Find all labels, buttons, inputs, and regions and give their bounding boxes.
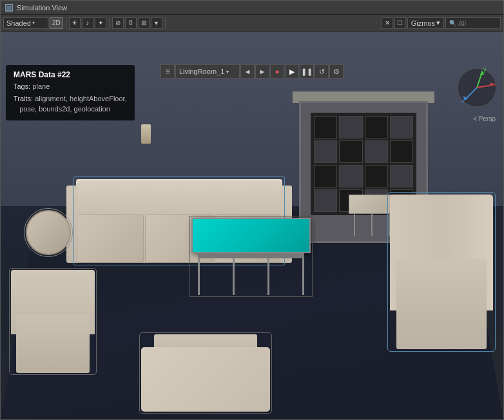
mars-data-panel: MARS Data #22 Tags: plane Traits: alignm…	[6, 65, 135, 120]
btn-grid[interactable]: ⊞	[138, 17, 150, 29]
mars-traits-row: Traits: alignment, heightAboveFloor, pos…	[14, 94, 127, 114]
layer-count[interactable]: 0	[125, 17, 137, 29]
svg-text:x: x	[493, 81, 496, 88]
window-icon	[5, 3, 14, 12]
playback-bar: ≡ LivingRoom_1 ▾ ◄ ► ● ▶ ❚❚ ↺ ⚙	[160, 62, 344, 81]
simulation-window: Simulation View Shaded ▾ 2D ☀ ♪ ✦ ⊘ 0 ⊞ …	[0, 0, 504, 420]
playback-menu-button[interactable]: ≡	[160, 64, 175, 79]
playback-next-button[interactable]: ►	[255, 64, 269, 79]
sep1	[66, 17, 66, 29]
search-box[interactable]: 🔍	[445, 17, 501, 29]
btn-camera[interactable]: ☐	[394, 17, 406, 29]
main-toolbar: Shaded ▾ 2D ☀ ♪ ✦ ⊘ 0 ⊞ ▾ ✕ ☐ Gizmos ▾ 🔍	[1, 15, 503, 32]
et-leg-1	[354, 214, 355, 236]
mars-tags-label: Tags:	[14, 82, 30, 90]
side-table-left	[26, 210, 77, 262]
shade-mode-select[interactable]: Shaded ▾	[3, 17, 48, 29]
coffee-table	[191, 218, 311, 295]
mars-tags-value: plane	[32, 82, 50, 90]
playback-play-button[interactable]: ▶	[285, 64, 299, 79]
svg-text:y: y	[483, 67, 487, 73]
btn-audio[interactable]: ♪	[82, 17, 93, 29]
viewport[interactable]: MARS Data #22 Tags: plane Traits: alignm…	[1, 32, 503, 419]
gizmos-button[interactable]: Gizmos ▾	[407, 17, 444, 29]
svg-rect-1	[7, 6, 11, 10]
sep3	[165, 17, 166, 29]
scene-name: LivingRoom_1	[179, 68, 224, 75]
playback-pause-button[interactable]: ❚❚	[300, 64, 314, 79]
toolbar-right: ✕ ☐ Gizmos ▾ 🔍	[382, 17, 501, 29]
playback-settings-button[interactable]: ⚙	[329, 64, 344, 79]
sofa-cushion-1	[76, 215, 144, 263]
chair-left	[11, 270, 95, 373]
playback-step-button[interactable]: ↺	[315, 64, 329, 79]
sofa-back	[76, 179, 282, 215]
et-leg-2	[371, 214, 373, 236]
search-input[interactable]	[458, 19, 497, 27]
btn-hidden[interactable]: ⊘	[112, 17, 124, 29]
title-bar: Simulation View	[1, 1, 503, 15]
shelf-item	[141, 124, 151, 144]
btn-fx[interactable]: ✕	[382, 17, 393, 29]
persp-label[interactable]: < Persp	[473, 115, 496, 122]
btn-more[interactable]: ▾	[151, 17, 162, 29]
chair-bottom	[141, 334, 270, 412]
svg-text:z: z	[461, 98, 465, 104]
window-title: Simulation View	[17, 4, 67, 12]
sofa-right-seat	[396, 259, 487, 349]
mars-title: MARS Data #22	[14, 70, 127, 79]
sep2	[109, 17, 110, 29]
sofa-right	[390, 195, 493, 349]
compass-gizmo: y x z	[456, 67, 498, 109]
mars-traits-label: Traits:	[14, 95, 33, 102]
chair-bottom-outline	[139, 332, 272, 414]
side-table-outline	[24, 208, 73, 257]
coffee-table-outline	[189, 216, 313, 297]
playback-record-button[interactable]: ●	[270, 64, 284, 79]
compass-svg: y x z	[456, 67, 498, 109]
search-icon: 🔍	[449, 20, 456, 26]
scene-select-arrow: ▾	[226, 69, 229, 75]
playback-prev-button[interactable]: ◄	[240, 64, 255, 79]
chair-left-outline	[9, 268, 97, 375]
btn-2d[interactable]: 2D	[50, 17, 63, 29]
playback-scene-select[interactable]: LivingRoom_1 ▾	[175, 64, 240, 79]
btn-effects[interactable]: ✦	[95, 17, 106, 29]
btn-light[interactable]: ☀	[69, 17, 81, 29]
shade-mode-arrow: ▾	[32, 20, 35, 26]
mars-tags-row: Tags: plane	[14, 82, 127, 91]
side-table-top	[26, 210, 71, 255]
